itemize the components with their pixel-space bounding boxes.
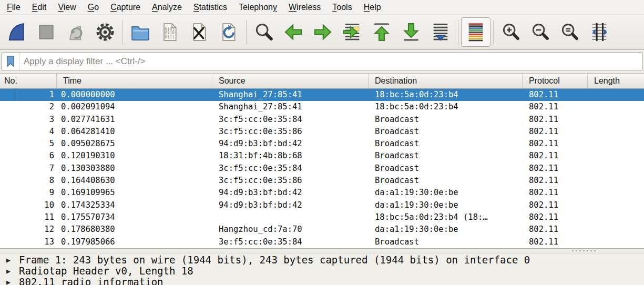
- column-header-source[interactable]: Source: [212, 74, 369, 88]
- filter-placeholder-text: Apply a display filter ... <Ctrl-/>: [19, 56, 145, 67]
- cell-protocol: 802.11: [523, 175, 588, 187]
- menu-telephony[interactable]: Telephony: [233, 2, 283, 13]
- cell-time: 0.027741631: [57, 114, 212, 126]
- cell-protocol: 802.11: [523, 187, 588, 199]
- packet-details-pane: ▶Frame 1: 243 bytes on wire (1944 bits),…: [0, 253, 644, 285]
- go-next-packet-button[interactable]: [308, 17, 338, 47]
- column-header-time[interactable]: Time: [57, 74, 212, 88]
- toolbar-separator: [493, 20, 494, 44]
- toolbar-separator: [122, 20, 123, 44]
- capture-options-button[interactable]: [90, 17, 120, 47]
- packet-row[interactable]: 60.12019031018:31:bf:4b:8b:68Broadcast80…: [0, 150, 644, 162]
- packet-row[interactable]: 110.17557073418:bc:5a:0d:23:b4 (18:…802.…: [0, 211, 644, 223]
- packet-row[interactable]: 20.002091094Shanghai_27:85:4118:bc:5a:0d…: [0, 101, 644, 113]
- cell-protocol: 802.11: [523, 101, 588, 113]
- close-capture-file-button[interactable]: [185, 17, 214, 47]
- packet-row[interactable]: 120.178680380Hangzhou_cd:7a:70da:a1:19:3…: [0, 223, 644, 236]
- splitter-handle-icon[interactable]: [571, 250, 596, 252]
- cell-source: 94:d9:b3:bf:bd:42: [212, 199, 369, 211]
- packet-row[interactable]: 10.000000000Shanghai_27:85:4118:bc:5a:0d…: [0, 89, 644, 101]
- column-header-destination[interactable]: Destination: [369, 74, 523, 88]
- cell-protocol: 802.11: [523, 114, 588, 126]
- go-first-packet-button[interactable]: [367, 17, 396, 47]
- detail-tree-row[interactable]: ▶802.11 radio information: [0, 277, 644, 285]
- open-capture-file-button[interactable]: [126, 17, 155, 47]
- cell-length: [588, 126, 644, 138]
- cell-source: 3c:f5:cc:0e:35:84: [212, 114, 369, 126]
- menu-view[interactable]: View: [52, 2, 81, 13]
- packet-row[interactable]: 70.1303038803c:f5:cc:0e:35:84Broadcast80…: [0, 162, 644, 175]
- cell-source: [212, 211, 369, 223]
- go-previous-packet-button[interactable]: [279, 17, 308, 47]
- zoom-out-button[interactable]: [526, 17, 555, 47]
- cell-source: Shanghai_27:85:41: [212, 101, 369, 113]
- column-header-no[interactable]: No.: [0, 74, 57, 88]
- packet-row[interactable]: 40.0642814103c:f5:cc:0e:35:86Broadcast80…: [0, 126, 644, 138]
- wireshark-window: FileEditViewGoCaptureAnalyzeStatisticsTe…: [0, 0, 644, 285]
- filter-bookmark-button[interactable]: [2, 53, 19, 70]
- cell-protocol: 802.11: [523, 89, 588, 101]
- cell-no: 12: [0, 223, 57, 236]
- cell-time: 0.175570734: [57, 211, 212, 223]
- packet-row[interactable]: 50.09502867594:d9:b3:bf:bd:42Broadcast80…: [0, 138, 644, 150]
- cell-destination: Broadcast: [369, 236, 523, 248]
- menu-help[interactable]: Help: [358, 2, 387, 13]
- cell-no: 11: [0, 211, 57, 223]
- menu-analyze[interactable]: Analyze: [146, 2, 188, 13]
- menu-go[interactable]: Go: [82, 2, 105, 13]
- green-arrow-left-icon: [283, 22, 304, 43]
- cell-protocol: 802.11: [523, 223, 588, 236]
- cell-no: 4: [0, 126, 57, 138]
- detail-tree-row[interactable]: ▶Frame 1: 243 bytes on wire (1944 bits),…: [0, 255, 644, 266]
- menu-tools[interactable]: Tools: [326, 2, 357, 13]
- start-capture-button[interactable]: [2, 17, 32, 47]
- expand-triangle-icon[interactable]: ▶: [6, 255, 19, 266]
- menu-edit[interactable]: Edit: [26, 2, 53, 13]
- menu-bar: FileEditViewGoCaptureAnalyzeStatisticsTe…: [0, 0, 644, 15]
- packet-row[interactable]: 30.0277416313c:f5:cc:0e:35:84Broadcast80…: [0, 114, 644, 126]
- colorize-packets-button[interactable]: [461, 17, 490, 47]
- stop-capture-button[interactable]: [32, 17, 61, 47]
- restart-fin-icon: [65, 22, 86, 43]
- cell-destination: Broadcast: [369, 162, 523, 175]
- menu-statistics[interactable]: Statistics: [188, 2, 233, 13]
- save-capture-file-button[interactable]: 010101100111: [155, 17, 185, 47]
- packet-row[interactable]: 100.17432533494:d9:b3:bf:bd:42da:a1:19:3…: [0, 199, 644, 211]
- cell-source: 3c:f5:cc:0e:35:84: [212, 162, 369, 175]
- restart-capture-button[interactable]: [61, 17, 90, 47]
- cell-no: 9: [0, 187, 57, 199]
- display-filter-input[interactable]: Apply a display filter ... <Ctrl-/>: [1, 52, 643, 71]
- menu-capture[interactable]: Capture: [105, 2, 146, 13]
- cell-no: 8: [0, 175, 57, 187]
- wireshark-fin-icon: [6, 22, 27, 43]
- auto-scroll-button[interactable]: [426, 17, 455, 47]
- reload-capture-file-button[interactable]: [214, 17, 243, 47]
- packet-row[interactable]: 90.16910996594:d9:b3:bf:bd:42da:a1:19:30…: [0, 187, 644, 199]
- column-header-protocol[interactable]: Protocol: [523, 74, 588, 88]
- cell-no: 7: [0, 162, 57, 175]
- green-arrow-right-icon: [312, 22, 333, 43]
- go-last-packet-button[interactable]: [396, 17, 426, 47]
- resize-columns-button[interactable]: [585, 17, 614, 47]
- zoom-in-button[interactable]: [496, 17, 526, 47]
- go-to-packet-button[interactable]: [338, 17, 367, 47]
- resize-columns-icon: [589, 22, 610, 43]
- menu-file[interactable]: File: [1, 2, 26, 13]
- menu-wireless[interactable]: Wireless: [283, 2, 326, 13]
- cell-time: 0.197985066: [57, 236, 212, 248]
- packet-row[interactable]: 80.1644086303c:f5:cc:0e:35:86Broadcast80…: [0, 175, 644, 187]
- cell-length: [588, 89, 644, 101]
- cell-no: 10: [0, 199, 57, 211]
- packet-row[interactable]: 130.1979850663e:f5:cc:0e:35:84Broadcast8…: [0, 236, 644, 248]
- pane-splitter[interactable]: [0, 248, 644, 253]
- cell-time: 0.064281410: [57, 126, 212, 138]
- toolbar-separator: [458, 20, 458, 44]
- expand-triangle-icon[interactable]: ▶: [6, 277, 19, 285]
- find-packet-button[interactable]: [249, 17, 279, 47]
- column-header-length[interactable]: Length: [588, 74, 644, 88]
- zoom-reset-button[interactable]: [555, 17, 585, 47]
- cell-length: [588, 150, 644, 162]
- expand-triangle-icon[interactable]: ▶: [6, 266, 19, 277]
- detail-tree-row[interactable]: ▶Radiotap Header v0, Length 18: [0, 266, 644, 277]
- toolbar-separator: [246, 20, 247, 44]
